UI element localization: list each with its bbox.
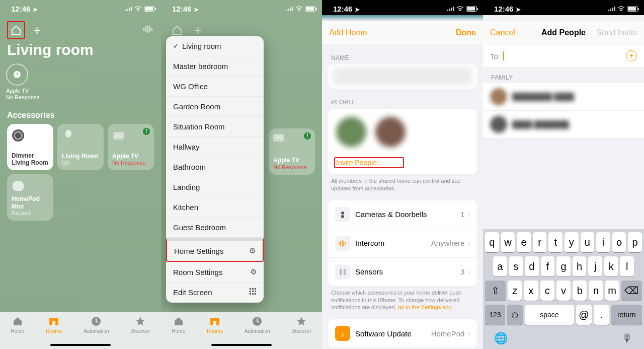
cancel-button[interactable]: Cancel (490, 28, 515, 37)
accessory-tile[interactable]: Dimmer Living Room (7, 124, 53, 170)
key-y[interactable]: y (565, 232, 579, 252)
add-button[interactable]: + (194, 23, 202, 38)
tab-home[interactable]: Home (11, 315, 25, 349)
family-contact[interactable]: ████ ███████ (483, 111, 644, 138)
key-f[interactable]: f (541, 256, 555, 276)
battery-icon (305, 6, 316, 12)
row-intercom[interactable]: IntercomAnywhere› (328, 229, 477, 257)
accessory-tile[interactable]: HomePod MiniPaused (7, 174, 53, 221)
key-t[interactable]: t (548, 232, 562, 252)
send-invite-button[interactable]: Send Invite (597, 28, 637, 37)
menu-item-landing[interactable]: Landing (166, 177, 264, 197)
intercom-icon[interactable] (143, 25, 154, 36)
svg-rect-9 (52, 321, 55, 325)
space-key[interactable]: space (525, 305, 574, 325)
key-m[interactable]: m (605, 281, 619, 301)
accessory-tile[interactable]: Living RoomOff (57, 124, 104, 170)
key-l[interactable]: l (620, 256, 634, 276)
key-i[interactable]: i (596, 232, 610, 252)
key-j[interactable]: j (588, 256, 602, 276)
dot-key[interactable]: . (594, 305, 609, 325)
menu-item-garden-room[interactable]: Garden Room (166, 97, 264, 117)
family-contact[interactable]: ████████ ████ (483, 83, 644, 111)
menu-item-hallway[interactable]: Hallway (166, 137, 264, 157)
home-name-input[interactable] (333, 67, 472, 86)
invite-people-button[interactable]: Invite People... (334, 154, 471, 168)
return-key[interactable]: return (611, 305, 642, 325)
key-h[interactable]: h (573, 256, 587, 276)
home-indicator[interactable] (50, 344, 111, 346)
shift-key[interactable]: ⇧ (485, 281, 506, 301)
menu-item-master-bedroom[interactable]: Master bedroom (166, 56, 264, 77)
alert-badge[interactable] (6, 63, 28, 86)
menu-item-bathroom[interactable]: Bathroom (166, 157, 264, 177)
key-p[interactable]: p (628, 232, 642, 252)
status-bar: 12:46 ➤ (161, 0, 322, 15)
row-cameras-doorbells[interactable]: Cameras & Doorbells1› (328, 200, 477, 229)
key-x[interactable]: x (524, 281, 538, 301)
key-k[interactable]: k (604, 256, 618, 276)
settings-app-link[interactable]: go to the Settings app (398, 304, 452, 310)
key-z[interactable]: z (508, 281, 522, 301)
tab-discover[interactable]: Discover (292, 315, 311, 349)
avatar[interactable] (336, 117, 366, 147)
svg-rect-19 (255, 293, 256, 295)
key-v[interactable]: v (556, 281, 571, 301)
key-e[interactable]: e (517, 232, 531, 252)
key-c[interactable]: c (540, 281, 554, 301)
row-software-update[interactable]: ↓Software Update HomePod› (328, 319, 477, 347)
key-o[interactable]: o (612, 232, 626, 252)
key-q[interactable]: q (485, 232, 499, 252)
home-indicator[interactable] (211, 344, 272, 346)
alert-badge-label: Apple TVNo Response (0, 86, 161, 101)
status-time: 12:46 ➤ (11, 5, 38, 13)
menu-item-living-room[interactable]: ✓Living room (166, 36, 264, 56)
add-home-button[interactable]: Add Home (329, 28, 367, 37)
tab-home[interactable]: Home (172, 315, 186, 349)
key-d[interactable]: d (525, 256, 539, 276)
accessory-tile[interactable]: ▸tv!Apple TVNo Response (108, 124, 154, 170)
key-w[interactable]: w (501, 232, 515, 252)
key-a[interactable]: a (493, 256, 507, 276)
key-g[interactable]: g (556, 256, 571, 276)
menu-item-edit-screen[interactable]: Edit Screen (166, 283, 264, 303)
done-button[interactable]: Done (456, 28, 476, 37)
key-u[interactable]: u (581, 232, 595, 252)
add-contact-button[interactable]: + (626, 50, 637, 61)
at-key[interactable]: @ (576, 305, 592, 325)
add-button[interactable]: + (33, 23, 41, 38)
menu-item-home-settings[interactable]: Home Settings⚙ (166, 238, 264, 262)
accessory-tile-apple-tv[interactable]: ▸tv ! Apple TVNo Response (269, 128, 315, 175)
alert-dot-icon: ! (143, 128, 150, 135)
mic-icon[interactable]: 🎙 (622, 332, 633, 345)
globe-icon[interactable]: 🌐 (494, 332, 508, 345)
home-icon (173, 315, 185, 327)
text-cursor (503, 51, 504, 60)
check-icon: ✓ (173, 42, 179, 50)
menu-item-situation-room[interactable]: Situation Room (166, 117, 264, 137)
recipient-field[interactable]: To: + (483, 44, 644, 68)
intercom-icon (335, 236, 350, 251)
tab-discover[interactable]: Discover (131, 315, 150, 349)
keyboard: qwertyuiop asdfghjkl ⇧ zxcvbnm ⌫ 123 ☺ s… (483, 229, 644, 349)
menu-item-kitchen[interactable]: Kitchen (166, 197, 264, 218)
numbers-key[interactable]: 123 (485, 305, 505, 325)
avatar[interactable] (375, 117, 406, 147)
signal-icon (447, 6, 455, 11)
key-r[interactable]: r (533, 232, 547, 252)
emoji-key[interactable]: ☺ (507, 305, 523, 325)
menu-item-wg-office[interactable]: WG Office (166, 77, 264, 97)
camera-icon (335, 207, 350, 222)
home-icon[interactable] (7, 21, 25, 39)
star-icon (134, 315, 146, 327)
update-card: ↓Software Update HomePod› (328, 319, 477, 347)
menu-item-room-settings[interactable]: Room Settings⚙ (166, 262, 264, 283)
backspace-key[interactable]: ⌫ (621, 281, 642, 301)
chevron-right-icon: › (467, 268, 470, 276)
key-s[interactable]: s (509, 256, 523, 276)
bulb-icon (62, 129, 75, 142)
key-n[interactable]: n (589, 281, 603, 301)
menu-item-guest-bedroom[interactable]: Guest Bedroom (166, 218, 264, 238)
row-sensors[interactable]: Sensors3› (328, 257, 477, 286)
key-b[interactable]: b (573, 281, 587, 301)
